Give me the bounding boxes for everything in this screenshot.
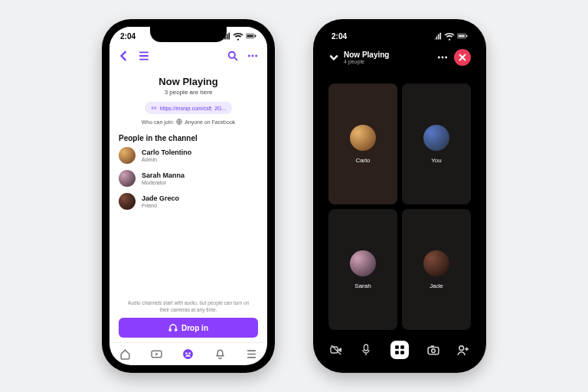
avatar bbox=[350, 125, 376, 151]
battery-icon bbox=[457, 31, 468, 41]
call-title: Now Playing bbox=[344, 51, 389, 59]
link-icon bbox=[151, 105, 157, 111]
avatar bbox=[119, 170, 136, 187]
svg-point-25 bbox=[431, 349, 435, 353]
avatar bbox=[423, 125, 449, 151]
svg-rect-14 bbox=[466, 35, 467, 38]
list-item[interactable]: Sarah Manna Moderator bbox=[119, 170, 258, 187]
participant-tile[interactable]: Carlo bbox=[328, 83, 397, 204]
participant-name: Carlo bbox=[355, 157, 370, 164]
share-link-text: https://msngr.com/csfj_2G... bbox=[160, 106, 227, 111]
person-name: Jade Greco bbox=[142, 194, 179, 202]
drop-in-button[interactable]: Drop in bbox=[119, 318, 258, 338]
add-people-icon[interactable] bbox=[457, 344, 469, 356]
footer-note: Audio channels start with audio, but peo… bbox=[119, 300, 258, 313]
person-name: Sarah Manna bbox=[142, 172, 185, 179]
svg-point-15 bbox=[438, 57, 440, 59]
status-time: 2:04 bbox=[120, 32, 136, 41]
drop-in-label: Drop in bbox=[181, 324, 208, 332]
who-can-join-value: Anyone on Facebook bbox=[185, 119, 235, 125]
participant-tile[interactable]: Sarah bbox=[328, 209, 397, 330]
person-role: Admin bbox=[142, 157, 191, 162]
call-controls bbox=[321, 335, 479, 365]
top-nav bbox=[109, 45, 267, 67]
call-header: Now Playing 4 people bbox=[321, 45, 479, 70]
svg-rect-21 bbox=[400, 345, 404, 349]
participant-name: Sarah bbox=[354, 283, 371, 289]
participant-name: Jade bbox=[430, 283, 443, 289]
menu-icon[interactable] bbox=[139, 51, 149, 61]
list-item[interactable]: Jade Greco Friend bbox=[119, 193, 258, 210]
participant-tile[interactable]: You bbox=[402, 83, 471, 204]
people-header: People in the channel bbox=[119, 134, 258, 142]
svg-rect-13 bbox=[458, 35, 464, 38]
people-list: Carlo Tolentino Admin Sarah Manna Modera… bbox=[119, 147, 258, 210]
participant-tile[interactable]: Jade bbox=[402, 209, 471, 330]
notch bbox=[150, 27, 227, 42]
avatar bbox=[119, 147, 136, 164]
who-can-join-label: Who can join: bbox=[142, 119, 174, 125]
globe-icon bbox=[176, 119, 182, 125]
svg-rect-23 bbox=[400, 351, 404, 354]
share-link-pill[interactable]: https://msngr.com/csfj_2G... bbox=[145, 102, 233, 114]
svg-rect-1 bbox=[247, 35, 253, 38]
svg-point-6 bbox=[255, 55, 257, 57]
svg-rect-20 bbox=[395, 345, 399, 349]
page-subtitle: 3 people are here bbox=[119, 89, 258, 96]
battery-icon bbox=[246, 31, 256, 41]
svg-point-10 bbox=[186, 352, 188, 354]
svg-point-16 bbox=[442, 57, 444, 59]
svg-point-27 bbox=[459, 346, 464, 351]
svg-point-5 bbox=[252, 55, 254, 57]
chevron-down-icon[interactable] bbox=[328, 52, 339, 63]
avatar bbox=[350, 250, 376, 276]
svg-rect-19 bbox=[364, 345, 368, 351]
camera-icon[interactable] bbox=[427, 344, 439, 356]
more-icon[interactable] bbox=[437, 52, 448, 63]
svg-rect-22 bbox=[395, 351, 399, 354]
svg-rect-2 bbox=[255, 35, 256, 38]
person-role: Friend bbox=[142, 203, 179, 208]
screen-right: 2:04 Now Playing 4 people bbox=[321, 27, 479, 365]
who-can-join: Who can join: Anyone on Facebook bbox=[119, 119, 258, 125]
svg-point-4 bbox=[248, 55, 250, 57]
svg-point-11 bbox=[189, 352, 191, 354]
screen-left: 2:04 Now Playing 3 people are here h bbox=[109, 27, 267, 365]
home-icon[interactable] bbox=[119, 348, 131, 360]
grid-icon bbox=[394, 345, 405, 355]
participant-name: You bbox=[431, 157, 442, 164]
status-time: 2:04 bbox=[332, 32, 347, 41]
page-title: Now Playing bbox=[119, 76, 258, 87]
svg-point-9 bbox=[184, 349, 194, 359]
main-content: Now Playing 3 people are here https://ms… bbox=[109, 67, 267, 342]
phone-right: 2:04 Now Playing 4 people bbox=[313, 19, 486, 373]
back-icon[interactable] bbox=[119, 51, 129, 61]
video-off-icon[interactable] bbox=[330, 344, 342, 356]
call-subtitle: 4 people bbox=[344, 59, 389, 64]
tab-bar bbox=[109, 342, 267, 365]
participant-grid: Carlo You Sarah Jade bbox=[321, 70, 479, 335]
notch bbox=[361, 27, 438, 42]
wifi-icon bbox=[233, 31, 243, 41]
svg-point-17 bbox=[445, 57, 447, 59]
svg-rect-26 bbox=[430, 345, 434, 347]
avatar bbox=[119, 193, 136, 210]
person-name: Carlo Tolentino bbox=[142, 149, 191, 156]
phone-left: 2:04 Now Playing 3 people are here h bbox=[102, 19, 275, 373]
groups-icon[interactable] bbox=[182, 348, 194, 360]
hamburger-icon[interactable] bbox=[246, 348, 257, 360]
svg-point-3 bbox=[229, 52, 235, 58]
mic-icon[interactable] bbox=[360, 344, 372, 356]
avatar bbox=[423, 250, 449, 276]
svg-rect-24 bbox=[428, 348, 439, 354]
more-icon[interactable] bbox=[247, 51, 258, 61]
bell-icon[interactable] bbox=[214, 348, 226, 360]
video-icon[interactable] bbox=[151, 348, 162, 360]
list-item[interactable]: Carlo Tolentino Admin bbox=[119, 147, 258, 164]
headphones-icon bbox=[168, 323, 178, 332]
search-icon[interactable] bbox=[227, 51, 238, 61]
close-icon bbox=[459, 54, 466, 61]
grid-view-button[interactable] bbox=[390, 341, 409, 359]
end-call-button[interactable] bbox=[454, 49, 471, 66]
wifi-icon bbox=[444, 31, 455, 41]
